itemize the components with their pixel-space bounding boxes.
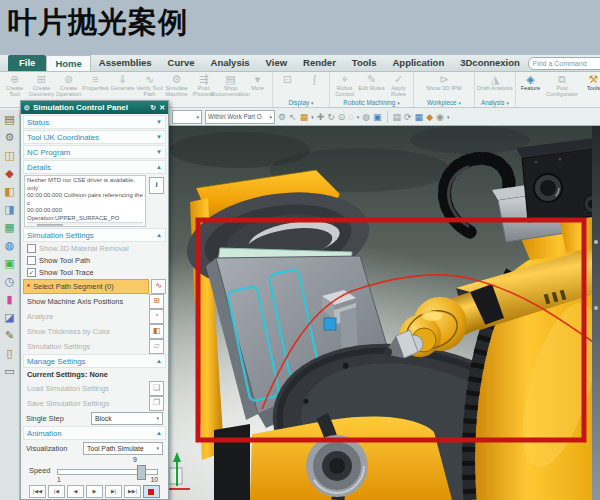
speed-slider-block: 9 Speed 1 10 [23,456,166,484]
gear-icon[interactable]: ⚙ [5,132,15,143]
select-path-segment-field[interactable]: * Select Path Segment (0) [23,279,149,294]
find-command-placeholder: Find a Command [533,60,587,67]
panel-refresh-icon[interactable]: ↻ [150,104,156,112]
checkbox-show-tool-trace[interactable]: Show Tool Trace [23,267,166,278]
tab-curve[interactable]: Curve [160,55,203,71]
history-icon[interactable]: ◷ [5,276,15,287]
create-tool-button[interactable]: ⊕Create Tool [1,72,28,97]
selection-filter-dropdown[interactable]: ▾ [172,110,202,124]
details-log[interactable]: Neither MTD nor CSE driver is available,… [24,175,146,227]
feature-button[interactable]: ◈Feature [517,72,544,97]
save-settings-button[interactable]: ❐ [149,396,164,411]
information-button[interactable]: i [149,177,164,194]
post-configurator-button[interactable]: ⧉Post Configurator [544,72,580,97]
rotate-icon[interactable]: ↻ [327,112,335,122]
show-3d-ipw-button[interactable]: ⊳Show 3D IPW [415,72,473,97]
stop-button[interactable] [143,485,160,498]
save-display-button[interactable]: ⊡ [274,72,301,97]
checkbox-show-3d-material-removal[interactable]: Show 3D Material Removal [23,243,166,254]
edit-rules-button[interactable]: ✎Edit Rules [358,72,385,97]
documentation-icon[interactable]: ▭ [4,366,14,377]
step-forward-button[interactable]: ▶| [105,485,122,498]
tab-3dconnexion[interactable]: 3Dconnexion [452,55,528,71]
tab-tools[interactable]: Tools [344,55,385,71]
checkbox-show-tool-path[interactable]: Show Tool Path [23,255,166,266]
section-tool-ijk[interactable]: Tool IJK Coordinates▼ [23,130,166,144]
selection-scope-dropdown[interactable]: Within Work Part O▾ [205,110,275,124]
apply-rules-button[interactable]: ✓Apply Rules [385,72,412,97]
path-segment-curve-button[interactable]: ∿ [151,279,166,294]
machine-axis-button[interactable]: ⊞ [149,294,164,309]
web-browser-icon[interactable]: ◍ [5,240,15,251]
tab-view[interactable]: View [258,55,295,71]
select-arrow-icon[interactable]: ↖ [289,112,297,122]
section-details[interactable]: Details▲ [23,160,166,174]
file-menu-button[interactable]: File [8,55,46,71]
go-to-start-button[interactable]: |◀◀ [29,485,46,498]
zoom-circle-icon[interactable]: ⊙ [338,112,346,122]
table-icon[interactable]: ▦ [415,112,424,122]
generate-button[interactable]: ⇓Generate [109,72,136,97]
lasso-icon[interactable]: ◌ [348,112,353,122]
move-icon[interactable]: ✚ [317,112,325,122]
collision-icon[interactable]: ◆ [5,168,13,179]
analyze-button[interactable]: ◔ [149,309,164,324]
visual-reports-icon[interactable]: ◪ [4,312,14,323]
section-nc-program[interactable]: NC Program▼ [23,145,166,159]
single-step-dropdown[interactable]: Block▾ [91,412,163,425]
cone-icon[interactable]: ◆ [426,112,433,122]
layers-icon[interactable]: ▦ [4,222,14,233]
tab-assemblies[interactable]: Assemblies [91,55,160,71]
reuse-library-icon[interactable]: ▣ [4,258,14,269]
tools-button[interactable]: ⚒Tools [580,72,600,97]
properties-button[interactable]: ≡Properties [82,72,109,97]
palette-caret-icon[interactable]: ▾ [311,112,314,122]
verify-tool-path-button[interactable]: ∿Verify Tool Path [136,72,163,97]
machine-tool-navigator-icon[interactable]: ◫ [4,150,14,161]
section-simulation-settings[interactable]: Simulation Settings▲ [23,228,166,242]
simulate-machine-button[interactable]: ⚙Simulate Machine [163,72,190,97]
panel-header[interactable]: ⊙ Simulation Control Panel ↻ ✕ [21,101,168,114]
draft-analysis-button[interactable]: ◮Draft Analysis [476,72,514,97]
go-to-end-button[interactable]: ▶▶| [124,485,141,498]
find-command-input[interactable]: Find a Command ⌕ [528,57,600,70]
refresh-view-icon[interactable]: ⟳ [404,112,412,122]
curve-display-button[interactable]: ∫ [301,72,328,97]
more-button[interactable]: ▾More [244,72,271,97]
robot-control-button[interactable]: ⌖Robot Control [331,72,358,97]
lasso-caret-icon[interactable]: ▾ [357,112,360,122]
touch-mode-icon[interactable]: ✎ [5,330,14,341]
shaded-view-icon[interactable]: ◍ [362,112,370,122]
tab-analysis[interactable]: Analysis [203,55,258,71]
constraint-navigator-icon[interactable]: ◨ [4,204,14,215]
speed-slider[interactable] [57,469,158,475]
globe-caret-icon[interactable]: ▾ [447,112,450,122]
tab-application[interactable]: Application [384,55,452,71]
details-hscrollbar[interactable] [27,222,143,225]
tab-render[interactable]: Render [295,55,344,71]
thickness-color-button[interactable]: ◧ [149,324,164,339]
panel-close-icon[interactable]: ✕ [159,104,165,112]
create-operation-button[interactable]: ⊛Create Operation [55,72,82,97]
play-forward-button[interactable]: ▶ [86,485,103,498]
hd3d-tools-icon[interactable]: ▮ [6,294,12,305]
assembly-navigator-icon[interactable]: ◧ [4,186,14,197]
step-back-button[interactable]: ◀ [67,485,84,498]
globe-icon[interactable]: ◉ [436,112,444,122]
load-settings-button[interactable]: ❏ [149,381,164,396]
tab-home[interactable]: Home [46,55,90,71]
color-palette-icon[interactable]: ▦ [300,112,309,122]
grid-icon[interactable]: ▤ [393,112,402,122]
notebook-icon[interactable]: ▯ [6,348,12,359]
operation-navigator-icon[interactable]: ▤ [4,114,14,125]
snap-gear-icon[interactable]: ⚙ [278,112,286,122]
simulation-settings-button[interactable]: ▱ [149,339,164,354]
section-manage-settings[interactable]: Manage Settings▲ [23,354,166,368]
step-back-segment-button[interactable]: |◀ [48,485,65,498]
visualization-dropdown[interactable]: Tool Path Simulate▾ [83,442,163,455]
create-geometry-button[interactable]: ⊞Create Geometry [28,72,55,97]
section-status[interactable]: Status▼ [23,115,166,129]
shop-documentation-button[interactable]: ▤Shop Documentation [217,72,244,97]
section-animation[interactable]: Animation▲ [23,426,166,440]
window-view-icon[interactable]: ▣ [373,112,382,122]
